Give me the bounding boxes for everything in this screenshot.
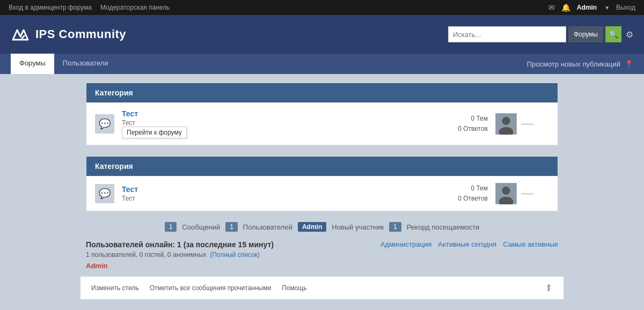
tab-users[interactable]: Пользователи (54, 54, 117, 74)
forum-desc-2: Тест (122, 195, 437, 202)
logout-link[interactable]: Выход (616, 4, 635, 11)
replies-count-1: 0 Ответов (445, 124, 488, 134)
users-label: Пользователей (243, 223, 292, 231)
settings-icon[interactable]: ⚙ (626, 29, 633, 40)
most-active-link[interactable]: Самые активные (503, 240, 558, 248)
active-today-link[interactable]: Активные сегодня (438, 240, 496, 248)
record-badge: 1 (389, 222, 401, 232)
last-post-area-1: —— (495, 113, 549, 135)
last-post-text-2: —— (521, 190, 534, 197)
record-label: Рекорд посещаемости (407, 223, 480, 231)
last-post-area-2: —— (495, 183, 549, 204)
search-area: Форумы 🔍 ⚙ (448, 26, 633, 42)
forum-stats-1: 0 Тем 0 Ответов (445, 114, 488, 134)
admin-center-link[interactable]: Вход в админцентр форума (9, 4, 92, 11)
online-section: Пользователей онлайн: 1 (за последние 15… (80, 240, 564, 270)
svg-point-6 (502, 187, 510, 195)
avatar-1 (495, 113, 517, 135)
online-left: Пользователей онлайн: 1 (за последние 15… (86, 240, 274, 270)
header: IPS Community Форумы 🔍 ⚙ (0, 15, 644, 54)
forum-stats-2: 0 Тем 0 Ответов (445, 183, 488, 204)
forum-icon-2: 💬 (95, 184, 114, 203)
topics-count-2: 0 Тем (445, 183, 488, 194)
replies-count-2: 0 Ответов (445, 194, 488, 204)
new-member-label: Новый участник (332, 223, 384, 231)
search-icon: 🔍 (609, 30, 618, 39)
admin-bar-right: ✉ 🔔 Admin ▼ Выход (548, 3, 635, 12)
chevron-down-icon: ▼ (604, 5, 610, 11)
admin-username[interactable]: Admin (577, 4, 597, 11)
forum-info-1: Тест Тест Перейти к форуму (122, 109, 437, 138)
online-subtitle-text: 1 пользователей, 0 гостей, 0 анонимных (86, 251, 207, 259)
forum-row-1: 💬 Тест Тест Перейти к форуму 0 Тем 0 Отв… (86, 102, 558, 145)
logo-text: IPS Community (35, 27, 126, 41)
full-list-link[interactable]: (Полный список) (210, 251, 260, 259)
category-header-1: Категория (86, 83, 558, 102)
forum-icon-1: 💬 (95, 114, 114, 134)
tab-forums[interactable]: Форумы (11, 54, 54, 74)
help-link[interactable]: Помощь (282, 284, 306, 292)
main-content: Категория 💬 Тест Тест Перейти к форуму 0… (80, 83, 564, 232)
category-block-2: Категория 💬 Тест Тест 0 Тем 0 Ответов (86, 156, 558, 211)
bell-icon[interactable]: 🔔 (561, 3, 570, 12)
new-member-name[interactable]: Admin (298, 222, 326, 232)
search-input[interactable] (448, 26, 566, 42)
online-right: Администрация Активные сегодня Самые акт… (380, 240, 558, 248)
moderator-panel-link[interactable]: Модераторская панель (100, 4, 170, 11)
admin-bar: Вход в админцентр форума Модераторская п… (0, 0, 644, 15)
forum-row-2: 💬 Тест Тест 0 Тем 0 Ответов (86, 176, 558, 211)
online-title: Пользователей онлайн: 1 (за последние 15… (86, 240, 274, 249)
search-submit-button[interactable]: 🔍 (605, 26, 621, 42)
svg-point-3 (502, 117, 510, 125)
administration-link[interactable]: Администрация (380, 240, 432, 248)
mark-all-read-link[interactable]: Отметить все сообщения прочитанными (150, 284, 271, 292)
forum-desc-1: Тест (122, 119, 437, 127)
logo-icon (11, 25, 30, 44)
stats-row: 1 Сообщений 1 Пользователей Admin Новый … (86, 222, 558, 232)
nav-bar: Форумы Пользователи Просмотр новых публи… (0, 54, 644, 74)
category-block-1: Категория 💬 Тест Тест Перейти к форуму 0… (86, 83, 558, 145)
footer-icon: ⬆ (545, 282, 553, 294)
chat-icon: 💬 (99, 118, 111, 130)
avatar-2 (495, 183, 517, 204)
location-icon[interactable]: 📍 (625, 60, 633, 68)
envelope-icon[interactable]: ✉ (548, 3, 555, 12)
new-publications-link[interactable]: Просмотр новых публикаций (527, 60, 620, 68)
online-user-admin[interactable]: Admin (86, 262, 274, 270)
users-badge: 1 (225, 222, 238, 232)
nav-right: Просмотр новых публикаций 📍 (527, 60, 633, 68)
footer: Изменить стиль Отметить все сообщения пр… (80, 276, 564, 299)
last-post-text-1: —— (521, 120, 534, 128)
footer-links: Изменить стиль Отметить все сообщения пр… (91, 284, 307, 292)
category-header-2: Категория (86, 157, 558, 176)
messages-label: Сообщений (182, 223, 220, 231)
forum-title-2[interactable]: Тест (122, 185, 138, 194)
messages-badge: 1 (165, 222, 177, 232)
online-sub: 1 пользователей, 0 гостей, 0 анонимных (… (86, 251, 274, 259)
change-style-link[interactable]: Изменить стиль (91, 284, 139, 292)
admin-bar-links: Вход в админцентр форума Модераторская п… (9, 4, 170, 11)
nav-tabs: Форумы Пользователи (11, 54, 117, 74)
topics-count-1: 0 Тем (445, 114, 488, 124)
chat-icon-2: 💬 (99, 188, 111, 200)
logo-area: IPS Community (11, 25, 126, 44)
forum-tooltip-1[interactable]: Перейти к форуму (122, 127, 187, 138)
search-scope-button[interactable]: Форумы (568, 26, 603, 42)
svg-rect-0 (11, 25, 30, 44)
forum-info-2: Тест Тест (122, 185, 437, 202)
forum-title-1[interactable]: Тест (122, 109, 138, 118)
